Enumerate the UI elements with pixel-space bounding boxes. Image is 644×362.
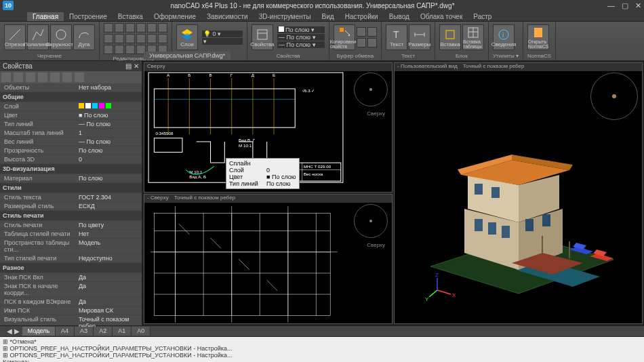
edit-tool-button[interactable] <box>147 23 157 33</box>
edit-tool-button[interactable] <box>125 45 135 54</box>
ribbon-tab[interactable]: Построение <box>64 12 113 21</box>
edit-tool-button[interactable] <box>125 23 135 33</box>
prop-row[interactable]: Вес линий— По слою <box>0 138 142 146</box>
prop-group-header[interactable]: Общие <box>0 92 142 102</box>
prop-row[interactable]: Пространство таблицы сти...Модель <box>0 239 142 254</box>
prop-group-header[interactable]: Разное <box>0 263 142 273</box>
view-cube[interactable] <box>354 73 388 106</box>
ribbon-tab[interactable]: Вид <box>317 12 340 21</box>
ribbon-tab[interactable]: Облака точек <box>415 12 468 21</box>
ribbon-tab[interactable]: Растр <box>468 12 497 21</box>
prop-row[interactable]: Тип линий— По слою <box>0 120 142 129</box>
prop-row[interactable]: Слой <box>0 102 142 111</box>
prop-row[interactable]: Масштаб типа линий1 <box>0 129 142 138</box>
match-props-button[interactable]: Копирование свойств <box>334 24 355 50</box>
cut-button[interactable] <box>357 27 366 37</box>
prop-row[interactable]: Знак ПСК в начале коорди...Да <box>0 282 142 298</box>
prop-row[interactable]: Тип стилей печатиНедоступно <box>0 254 142 263</box>
layout-tab[interactable]: А1 <box>113 327 132 336</box>
prop-group-header[interactable]: Стиль печати <box>0 211 142 221</box>
text-button[interactable]: TТекст <box>386 24 407 50</box>
info-button[interactable]: iСведения <box>493 24 515 50</box>
copy-button[interactable] <box>367 27 377 37</box>
edit-tool-button[interactable] <box>115 23 124 33</box>
properties-button[interactable]: Свойства <box>251 24 273 50</box>
props-tool[interactable] <box>38 73 47 82</box>
edit-tool-button[interactable] <box>136 23 146 33</box>
dimension-button[interactable]: Размеры <box>409 24 430 50</box>
minimize-button[interactable]: — <box>607 1 615 10</box>
prop-row[interactable]: Имя ПСКМировая СК <box>0 306 142 315</box>
layer-visibility-dropdown[interactable]: 💡 0 ▾ <box>202 31 243 37</box>
prop-row[interactable]: Стиль текстаГОСТ 2.304 <box>0 193 142 202</box>
ribbon-tab[interactable]: Оформление <box>148 12 201 21</box>
ribbon-tab[interactable]: 3D-инструменты <box>254 12 317 21</box>
color-bylayer-dropdown[interactable]: По слою ▾ <box>277 26 325 33</box>
props-tool[interactable] <box>62 73 72 82</box>
prop-row[interactable]: ПСК в каждом ВЭкранеДа <box>0 298 142 306</box>
prop-row[interactable]: Высота 3D0 <box>0 155 142 164</box>
edit-tool-button[interactable] <box>115 45 124 54</box>
prop-group-header[interactable]: Стили <box>0 183 142 193</box>
normacs-button[interactable]: Открыть NormaCS <box>527 24 549 50</box>
props-tool[interactable] <box>50 73 60 82</box>
props-tool[interactable] <box>1 73 11 82</box>
layers-button[interactable]: Слои <box>176 24 198 50</box>
maximize-button[interactable]: ▢ <box>622 1 628 10</box>
layout-tab[interactable]: А0 <box>132 327 150 336</box>
group-label: Свойства <box>251 53 325 59</box>
prop-row[interactable]: Знак ПСК ВклДа <box>0 273 142 282</box>
ribbon-group-draw: ОтрезокПолилинияОкружностьДуга Черчение <box>0 22 100 60</box>
group-label: Утилиты ▾ <box>493 53 519 59</box>
layout-tab[interactable]: А2 <box>94 327 113 336</box>
ribbon-tab[interactable]: Главная <box>27 12 64 21</box>
props-tool[interactable] <box>26 73 35 82</box>
prop-row[interactable]: Стиль печатиПо цвету <box>0 221 142 230</box>
close-button[interactable]: ✕ <box>635 1 641 10</box>
edit-tool-button[interactable] <box>104 45 113 54</box>
draw-tool-button[interactable]: Дуга <box>73 24 95 50</box>
draw-tool-button[interactable]: Окружность <box>50 24 72 50</box>
insert-block-button[interactable]: Вставка <box>439 24 461 50</box>
layout-tab[interactable]: А3 <box>75 327 94 336</box>
ribbon-tab[interactable]: Вывод <box>384 12 415 21</box>
layout-tab[interactable]: Модель <box>22 327 56 336</box>
viewport-top-left[interactable]: Сверху Сверху АБВ ГДЕ √6.3 ✓ 0:345508 М … <box>144 62 393 193</box>
lineweight-bylayer-dropdown[interactable]: — По слою ▾ <box>277 41 325 48</box>
layer-settings-dropdown[interactable]: ▾ <box>202 38 243 45</box>
view-cube[interactable] <box>590 73 638 120</box>
props-tool[interactable] <box>75 73 84 82</box>
edit-tool-button[interactable] <box>158 34 167 43</box>
props-tool[interactable] <box>14 73 23 82</box>
paste-special-button[interactable] <box>367 38 377 47</box>
ribbon-tab[interactable]: Зависимости <box>201 12 254 21</box>
edit-tool-button[interactable] <box>115 34 124 43</box>
panel-close-icon[interactable]: ▤ ✕ <box>125 62 139 70</box>
edit-tool-button[interactable] <box>104 23 113 33</box>
document-tab[interactable]: Универсальная САПР.dwg* <box>144 52 230 60</box>
prop-row[interactable]: Таблица стилей печатиНет <box>0 230 142 239</box>
viewport-bottom-left[interactable]: - СверхуТочный с показом ребер Сверху <box>144 194 393 324</box>
command-line[interactable]: ⊞ *Отмена*⊞ OPTIONS_PREF_НА_НАСТРОЙКИ_ПА… <box>0 336 644 362</box>
prop-row[interactable]: Цвет■ По слою <box>0 111 142 120</box>
view-cube[interactable] <box>354 204 388 238</box>
prop-group-header[interactable]: 3D-визуализация <box>0 164 142 174</box>
prop-row[interactable]: ПрозрачностьПо слою <box>0 146 142 155</box>
layout-tab[interactable]: А4 <box>56 327 75 336</box>
edit-tool-button[interactable] <box>104 34 113 43</box>
ribbon-tab[interactable]: Вставка <box>113 12 148 21</box>
svg-line-62 <box>211 238 222 249</box>
prop-row[interactable]: Размерный стильЕСКД <box>0 202 142 211</box>
draw-tool-button[interactable]: Отрезок <box>4 24 26 50</box>
edit-tool-button[interactable] <box>136 34 146 43</box>
ribbon-tab[interactable]: Настройки <box>340 12 384 21</box>
paste-button[interactable] <box>357 38 366 47</box>
edit-tool-button[interactable] <box>147 34 157 43</box>
edit-tool-button[interactable] <box>125 34 135 43</box>
prop-row[interactable]: МатериалПо слою <box>0 174 142 183</box>
viewport-3d[interactable]: - Пользовательский видТочный с показом р… <box>394 62 643 324</box>
insert-table-button[interactable]: Вставка таблицы <box>462 24 484 50</box>
svg-rect-75 <box>491 187 500 198</box>
linetype-bylayer-dropdown[interactable]: — По слою ▾ <box>277 34 325 41</box>
edit-tool-button[interactable] <box>158 23 167 33</box>
